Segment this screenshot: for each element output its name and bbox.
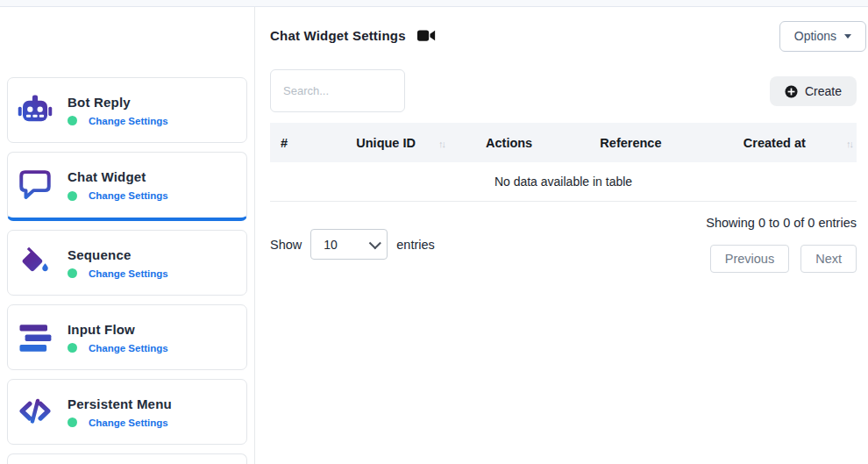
sidebar-card-title: Input Flow	[68, 322, 168, 337]
sidebar-card-title: Persistent Menu	[68, 396, 172, 411]
status-dot	[68, 343, 77, 353]
video-camera-icon	[417, 29, 436, 42]
options-button[interactable]: Options	[779, 21, 866, 52]
show-label: Show	[270, 238, 302, 252]
create-button[interactable]: Create	[770, 76, 857, 106]
sidebar-card-text: Sequence Change Settings	[68, 247, 168, 279]
paint-bucket-icon	[17, 245, 53, 282]
page-size-select-wrap: 10	[310, 229, 388, 260]
robot-icon	[17, 92, 53, 129]
pagination: Previous Next	[710, 245, 857, 273]
sidebar-card[interactable]	[7, 453, 247, 464]
sidebar-card-text: Persistent Menu Change Settings	[68, 396, 172, 428]
status-dot	[68, 191, 77, 201]
top-bar	[0, 0, 868, 7]
sidebar-card-text: Bot Reply Change Settings	[68, 95, 168, 126]
change-settings-link[interactable]: Change Settings	[89, 343, 168, 353]
column-header-actions: Actions	[449, 136, 569, 150]
column-header-created-at[interactable]: Created at ↑↓	[693, 136, 857, 150]
sidebar-card-persistent-menu[interactable]: Persistent Menu Change Settings	[7, 379, 247, 445]
previous-page-button[interactable]: Previous	[710, 245, 789, 273]
sort-icon[interactable]: ↑↓	[438, 139, 445, 149]
status-dot	[68, 116, 77, 125]
status-dot	[68, 418, 77, 427]
main-panel: Chat Widget Settings Options	[255, 7, 868, 464]
page-size-control: Show 10 entries	[270, 216, 435, 273]
status-dot	[68, 268, 77, 278]
page-layout: Bot Reply Change Settings Chat Widget	[0, 7, 868, 464]
chevron-down-icon	[844, 34, 851, 39]
sidebar-card-title: Bot Reply	[68, 95, 168, 110]
entries-summary: Showing 0 to 0 of 0 entries	[706, 216, 857, 230]
column-header-number: #	[270, 136, 323, 150]
sidebar-card-title: Sequence	[68, 247, 168, 262]
column-header-unique-id[interactable]: Unique ID ↑↓	[323, 136, 449, 150]
chat-bubble-icon	[17, 167, 53, 203]
entries-label: entries	[396, 238, 435, 252]
sidebar-card-title: Chat Widget	[68, 169, 168, 184]
sidebar-card-sequence[interactable]: Sequence Change Settings	[7, 230, 247, 296]
sidebar-card-text: Chat Widget Change Settings	[68, 169, 168, 201]
table-header-row: # Unique ID ↑↓ Actions Reference Created…	[270, 123, 857, 162]
code-icon	[17, 394, 53, 431]
table-footer: Show 10 entries Showing 0 to 0 of 0 entr…	[270, 216, 857, 273]
column-header-reference: Reference	[569, 136, 692, 150]
sidebar-card-text: Input Flow Change Settings	[68, 322, 168, 353]
change-settings-link[interactable]: Change Settings	[89, 418, 168, 428]
create-button-label: Create	[805, 84, 842, 98]
table-empty-message: No data available in table	[270, 162, 857, 202]
sort-icon[interactable]: ↑↓	[846, 139, 852, 149]
list-bars-icon	[17, 319, 53, 356]
plus-circle-icon	[785, 85, 798, 98]
change-settings-link[interactable]: Change Settings	[89, 116, 168, 126]
search-input[interactable]	[270, 69, 405, 112]
change-settings-link[interactable]: Change Settings	[89, 268, 168, 279]
sidebar-card-bot-reply[interactable]: Bot Reply Change Settings	[7, 77, 247, 143]
options-button-label: Options	[794, 29, 836, 43]
next-page-button[interactable]: Next	[800, 245, 857, 273]
page-title: Chat Widget Settings	[270, 28, 406, 43]
data-table: # Unique ID ↑↓ Actions Reference Created…	[270, 123, 857, 202]
change-settings-link[interactable]: Change Settings	[89, 190, 168, 201]
page-size-select[interactable]: 10	[310, 229, 388, 260]
sidebar-card-chat-widget[interactable]: Chat Widget Change Settings	[7, 152, 247, 221]
table-toolbar: Create	[270, 69, 857, 112]
sidebar-card-input-flow[interactable]: Input Flow Change Settings	[7, 304, 247, 370]
main-header: Chat Widget Settings Options	[270, 22, 857, 52]
sidebar: Bot Reply Change Settings Chat Widget	[0, 7, 255, 464]
